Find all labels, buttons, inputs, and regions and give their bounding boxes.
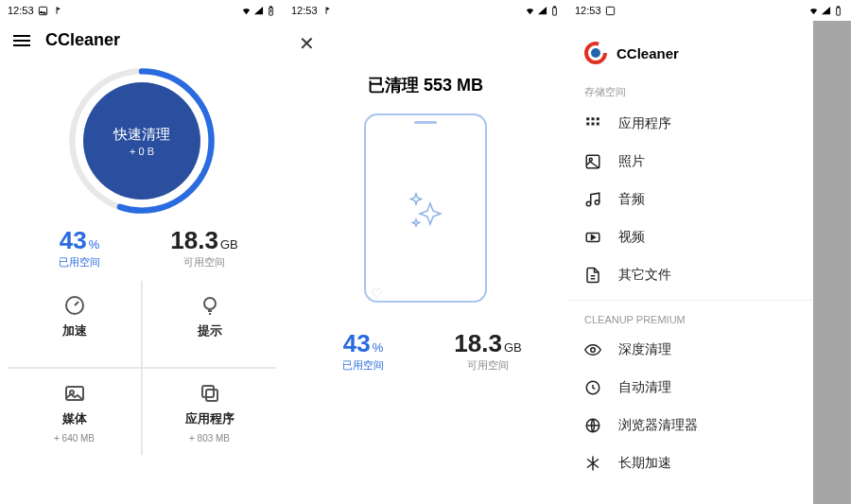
svg-rect-21 <box>592 117 595 120</box>
drawer-scrim[interactable] <box>813 21 851 504</box>
svg-rect-10 <box>202 386 214 397</box>
grid-icon <box>584 115 601 132</box>
wifi-icon <box>525 6 535 16</box>
photo-icon <box>584 153 601 170</box>
status-bar: 12:53 <box>0 0 284 21</box>
nav-item-photo[interactable]: 照片 <box>567 143 813 181</box>
tips-cell[interactable]: 提示 <box>143 281 276 367</box>
brand-row[interactable]: CCleaner <box>567 38 813 78</box>
media-icon <box>63 382 86 405</box>
video-icon <box>584 229 601 246</box>
status-time: 12:53 <box>575 5 601 16</box>
nav-label: 应用程序 <box>618 115 671 132</box>
svg-rect-25 <box>597 123 599 126</box>
panel-main: 12:53 CCleaner 快速清理 + 0 B 43% 已 <box>0 0 284 504</box>
svg-point-28 <box>586 201 591 206</box>
eye-icon <box>584 341 601 358</box>
quick-clean-ring[interactable]: 快速清理 + 0 B <box>0 65 284 217</box>
used-space-stat: 43% 已用空间 <box>17 226 142 269</box>
battery-icon <box>266 6 276 16</box>
used-space-stat: 43% 已用空间 <box>301 329 426 373</box>
cleaned-title: 已清理 553 MB <box>284 74 567 96</box>
nav-item-music[interactable]: 音频 <box>567 181 813 218</box>
auto-icon <box>584 379 601 396</box>
svg-rect-22 <box>597 117 599 120</box>
svg-rect-20 <box>586 117 589 120</box>
nav-label: 视频 <box>618 229 645 246</box>
section-storage: 存储空间 <box>567 78 813 105</box>
wifi-icon <box>808 6 819 16</box>
svg-rect-11 <box>206 390 217 401</box>
svg-rect-3 <box>270 6 272 7</box>
snow-icon <box>584 455 601 472</box>
svg-point-29 <box>595 200 599 205</box>
globe-icon <box>584 417 601 434</box>
status-bar: 12:53 <box>284 0 567 21</box>
nav-label: 自动清理 <box>618 379 671 396</box>
nav-item-grid[interactable]: 应用程序 <box>567 105 813 143</box>
signal-icon <box>253 6 264 16</box>
nav-item-file[interactable]: 其它文件 <box>567 256 813 294</box>
nav-label: 浏览器清理器 <box>618 417 698 434</box>
ring-sublabel: + 0 B <box>130 146 154 157</box>
music-icon <box>321 6 332 16</box>
image-icon <box>605 6 616 16</box>
apps-icon <box>199 382 221 405</box>
free-space-stat: 18.3GB 可用空间 <box>426 329 550 373</box>
status-bar: 12:53 <box>567 0 851 21</box>
storage-stats: 43% 已用空间 18.3GB 可用空间 <box>284 320 567 376</box>
bulb-icon <box>199 294 221 317</box>
svg-rect-23 <box>586 123 589 126</box>
nav-label: 深度清理 <box>618 341 671 358</box>
svg-rect-16 <box>837 7 841 14</box>
menu-button[interactable] <box>13 35 30 46</box>
close-button[interactable]: ✕ <box>299 32 315 55</box>
apps-cell[interactable]: 应用程序 + 803 MB <box>143 369 276 455</box>
svg-point-19 <box>591 48 600 58</box>
storage-stats: 43% 已用空间 18.3GB 可用空间 <box>0 217 284 273</box>
app-header: CCleaner <box>0 21 284 60</box>
battery-icon <box>549 6 560 16</box>
svg-rect-1 <box>56 7 57 13</box>
signal-icon <box>821 6 831 16</box>
nav-item-globe[interactable]: 浏览器清理器 <box>567 407 813 444</box>
sparkle-icon <box>397 180 454 236</box>
drawer-content: CCleaner 存储空间 应用程序照片音频视频其它文件 CLEANUP PRE… <box>567 21 813 504</box>
divider <box>567 300 813 301</box>
boost-cell[interactable]: 加速 <box>8 281 141 367</box>
gauge-icon <box>63 294 86 317</box>
nav-item-auto[interactable]: 自动清理 <box>567 369 813 407</box>
svg-point-31 <box>591 348 596 353</box>
file-icon <box>584 267 601 284</box>
nav-item-video[interactable]: 视频 <box>567 218 813 256</box>
svg-point-27 <box>589 158 592 161</box>
nav-label: 长期加速 <box>618 455 671 472</box>
action-grid: 加速 提示 媒体 + 640 MB 应用程序 + 803 MB <box>8 281 276 455</box>
panel-result: 12:53 ✕ 已清理 553 MB ♡ 43% 已用空间 18.3GB 可用空… <box>284 0 567 504</box>
heart-icon[interactable]: ♡ <box>371 286 383 301</box>
svg-rect-17 <box>838 6 840 7</box>
status-time: 12:53 <box>291 5 318 16</box>
nav-item-snow[interactable]: 长期加速 <box>567 444 813 482</box>
app-title: CCleaner <box>45 30 120 50</box>
ccleaner-logo-icon <box>584 42 607 64</box>
wifi-icon <box>241 6 252 16</box>
music-icon <box>52 6 62 16</box>
svg-point-7 <box>204 298 216 309</box>
music-icon <box>584 191 601 208</box>
nav-label: 其它文件 <box>618 267 671 284</box>
media-cell[interactable]: 媒体 + 640 MB <box>8 369 141 455</box>
signal-icon <box>537 6 547 16</box>
nav-label: 音频 <box>618 191 645 208</box>
svg-rect-13 <box>553 7 557 14</box>
svg-rect-14 <box>554 6 556 7</box>
image-icon <box>38 6 48 16</box>
phone-illustration <box>364 113 487 303</box>
panel-drawer: 12:53 CCleaner 存储空间 应用程序照片音频视频其它文件 CLEAN… <box>567 0 851 504</box>
ring-label: 快速清理 <box>113 126 170 144</box>
nav-item-eye[interactable]: 深度清理 <box>567 331 813 369</box>
status-time: 12:53 <box>8 5 34 16</box>
svg-rect-15 <box>606 7 614 14</box>
svg-rect-24 <box>592 123 595 126</box>
nav-label: 照片 <box>618 153 645 170</box>
